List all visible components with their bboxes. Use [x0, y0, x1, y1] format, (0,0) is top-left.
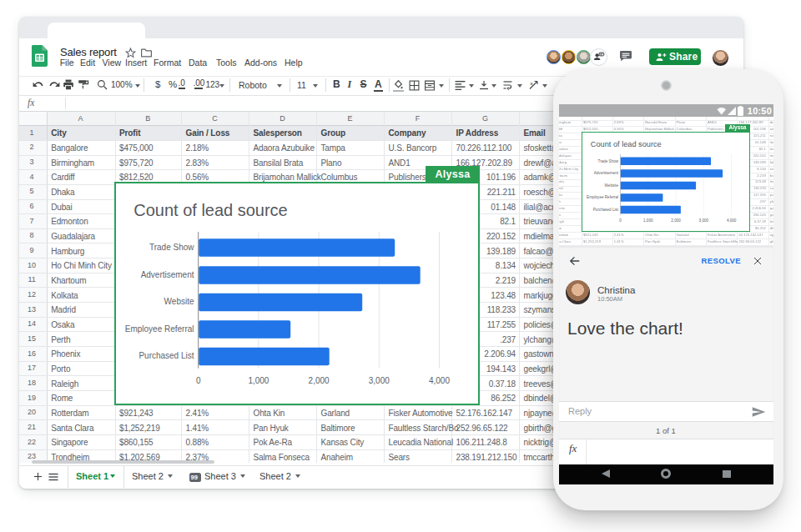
svg-text:3,000: 3,000 [369, 376, 390, 385]
svg-text:4,000: 4,000 [429, 376, 450, 385]
svg-text:Website: Website [164, 297, 194, 306]
svg-text:Advertisement: Advertisement [594, 172, 619, 176]
svg-text:Advertisement: Advertisement [141, 270, 194, 279]
svg-text:1,000: 1,000 [643, 218, 653, 223]
svg-text:Count of lead source: Count of lead source [591, 141, 662, 149]
svg-text:Trade Show: Trade Show [149, 243, 194, 252]
svg-text:0: 0 [619, 218, 622, 223]
svg-text:2,000: 2,000 [309, 376, 330, 385]
svg-text:Website: Website [605, 183, 619, 188]
svg-text:1,000: 1,000 [249, 376, 270, 385]
svg-text:Purchased List: Purchased List [139, 351, 194, 360]
svg-text:3,000: 3,000 [699, 218, 709, 223]
svg-text:Count of lead source: Count of lead source [134, 201, 288, 219]
svg-text:Purchased List: Purchased List [593, 208, 619, 212]
svg-text:Employee Referral: Employee Referral [125, 324, 194, 334]
svg-text:4,000: 4,000 [727, 218, 737, 223]
svg-text:0: 0 [196, 376, 201, 385]
svg-text:Trade Show: Trade Show [598, 159, 619, 163]
svg-text:a: a [531, 81, 533, 86]
svg-text:2,000: 2,000 [671, 218, 681, 223]
svg-text:Employee Referral: Employee Referral [587, 195, 618, 199]
